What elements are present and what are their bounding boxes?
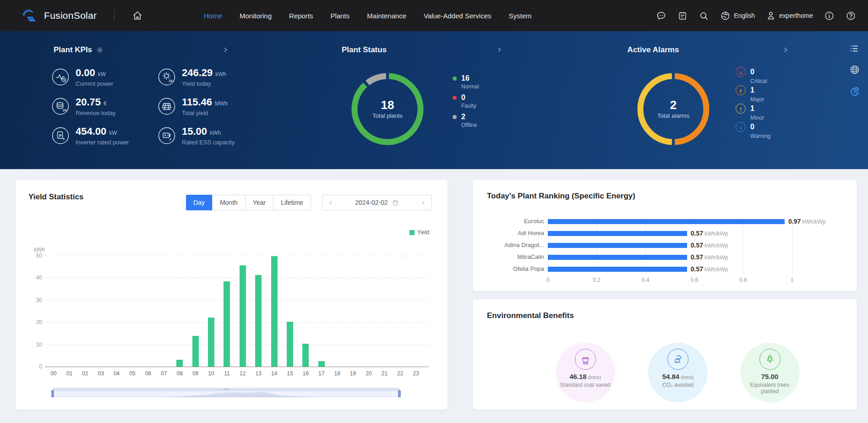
plant-kpis-title: Plant KPIs xyxy=(54,45,104,55)
alarm-legend-minor: 1Minor xyxy=(736,104,764,121)
ranking-value: 0.57kWh/kWp xyxy=(691,253,728,261)
active-alarms-donut: 2 Total alarms xyxy=(634,70,712,148)
x-tick-03: 03 xyxy=(93,370,109,377)
data-zoom-grip[interactable] xyxy=(223,388,229,390)
kpi-value-line: 115.46MWh xyxy=(182,97,228,107)
x-tick-20: 20 xyxy=(361,370,377,377)
alarm-label: Warning xyxy=(750,133,770,139)
alarm-legend-row: 0 xyxy=(736,122,770,132)
active-alarms-title: Active Alarms xyxy=(610,45,697,55)
nav-item-monitoring[interactable]: Monitoring xyxy=(240,12,272,20)
ranking-plant-euroluc[interactable]: Euroluc xyxy=(475,218,544,225)
data-zoom-left-handle[interactable] xyxy=(51,390,54,397)
fusionsolar-logo-icon[interactable] xyxy=(21,8,37,23)
plant-status-donut: 18 Total plants xyxy=(349,70,426,148)
status-count: 16 xyxy=(461,75,469,82)
kpi-unit: MWh xyxy=(215,100,228,107)
nav-item-value-added-services[interactable]: Value-Added Services xyxy=(424,12,491,20)
x-tick-19: 19 xyxy=(345,370,361,377)
status-count: 2 xyxy=(461,113,465,121)
offline-dot xyxy=(453,115,457,119)
yield-bar-17 xyxy=(318,361,325,367)
plant-kpis-chevron[interactable] xyxy=(222,46,229,55)
gear-icon[interactable] xyxy=(96,46,104,54)
x-tick-18: 18 xyxy=(329,370,345,377)
alarm-label: Minor xyxy=(750,115,764,121)
ranking-plant-mitracalin[interactable]: MitraCalin xyxy=(475,253,544,260)
kpi-unit: kWh xyxy=(210,130,221,136)
alarm-legend-major: 1Major xyxy=(736,85,764,103)
todo-calendar-icon[interactable] xyxy=(677,11,688,21)
ranking-plant-adi-horea[interactable]: Adi Horea xyxy=(475,230,544,236)
x-tick-15: 15 xyxy=(282,370,298,377)
x-tick-01: 01 xyxy=(61,370,77,377)
env-equivalent-trees-planted: 75.00Equivalent trees planted xyxy=(740,343,800,402)
list-view-icon[interactable] xyxy=(849,44,859,55)
gridline-y20 xyxy=(45,322,429,323)
map-globe-icon[interactable] xyxy=(849,64,860,77)
env-co-avoided: 54.84(tons)CO₂ avoided xyxy=(648,343,708,402)
status-legend-row: 16 xyxy=(453,75,479,82)
kpi-value: 115.46 xyxy=(182,96,212,108)
nav-left: FusionSolar xyxy=(21,0,143,31)
kpi-label: Yield today xyxy=(182,80,226,87)
lightning-icon xyxy=(736,85,746,95)
brand-name: FusionSolar xyxy=(44,10,97,21)
pie-chart-icon[interactable] xyxy=(849,86,860,99)
alarm-legend-critical: 0Critical xyxy=(736,67,767,84)
exclamation-icon xyxy=(736,104,746,114)
data-zoom-window[interactable] xyxy=(53,390,399,397)
ranking-plant-adina-dragot[interactable]: Adina Dragot... xyxy=(475,242,544,248)
message-icon[interactable] xyxy=(656,11,666,21)
x-tick-21: 21 xyxy=(377,370,392,377)
factory-icon xyxy=(667,349,688,370)
x-tick-23: 23 xyxy=(408,370,424,377)
nav-item-reports[interactable]: Reports xyxy=(289,12,313,20)
overview-banner: Plant KPIs 0.00kWCurrent power24246.29kW… xyxy=(0,31,868,169)
fusionsolar-dashboard: FusionSolar HomeMonitoringReportsPlantsM… xyxy=(0,0,868,423)
plant-status-chevron[interactable] xyxy=(496,46,502,55)
ranking-value: 0.97kWh/kWp xyxy=(788,218,826,225)
x-tick-17: 17 xyxy=(314,370,329,377)
coal-cart-icon xyxy=(575,349,596,370)
alarm-label: Critical xyxy=(750,78,767,84)
total-yield-icon xyxy=(158,97,176,115)
kpi-text: 20.75€Revenue today xyxy=(76,97,115,126)
environmental-benefits-items: 46.18(tons)Standard coal saved54.84(tons… xyxy=(473,299,857,410)
yield-bar-09 xyxy=(192,336,199,367)
ranking-plant-ofelia-popa[interactable]: Ofelia Popa xyxy=(475,265,544,272)
kpi-value-line: 20.75€ xyxy=(76,97,115,107)
current-power-icon xyxy=(51,68,70,86)
kpi-label: Total yield xyxy=(182,110,228,116)
info-icon[interactable] xyxy=(824,11,835,21)
ranking-tick-0.2: 0.2 xyxy=(588,277,606,283)
nav-item-system[interactable]: System xyxy=(509,12,532,20)
active-alarms-chevron[interactable] xyxy=(782,46,789,55)
home-icon[interactable] xyxy=(132,10,143,21)
ranking-bar xyxy=(548,219,785,224)
user-menu[interactable]: experthome xyxy=(766,11,813,21)
gridline-y40 xyxy=(45,278,429,278)
plant-ranking-chart: 00.20.40.60.81Euroluc0.97kWh/kWpAdi Hore… xyxy=(473,180,857,291)
x-tick-04: 04 xyxy=(109,370,125,377)
help-icon[interactable] xyxy=(846,11,856,21)
svg-text:24: 24 xyxy=(63,109,66,112)
kpi-unit: kW xyxy=(109,130,117,136)
x-tick-11: 11 xyxy=(219,370,235,377)
yield-bar-chart: 0102030405000010203040506070809101112131… xyxy=(16,180,448,410)
search-icon[interactable] xyxy=(699,11,709,21)
nav-item-home[interactable]: Home xyxy=(204,12,222,20)
active-alarms-title-text: Active Alarms xyxy=(628,45,679,55)
kpi-value: 0.00 xyxy=(76,67,95,78)
data-zoom-slider[interactable] xyxy=(53,388,399,397)
nav-item-maintenance[interactable]: Maintenance xyxy=(367,12,406,20)
alarm-light-icon xyxy=(736,67,746,77)
language-switcher[interactable]: English xyxy=(720,11,755,21)
globe-language-icon xyxy=(720,11,731,21)
alarm-count: 0 xyxy=(750,68,754,76)
data-zoom-right-handle[interactable] xyxy=(398,390,401,397)
y-tick-40: 40 xyxy=(24,275,42,281)
status-legend-normal: 16Normal xyxy=(453,75,479,90)
nav-item-plants[interactable]: Plants xyxy=(331,12,350,20)
kpi-label: Rated ESS capacity xyxy=(182,139,235,146)
